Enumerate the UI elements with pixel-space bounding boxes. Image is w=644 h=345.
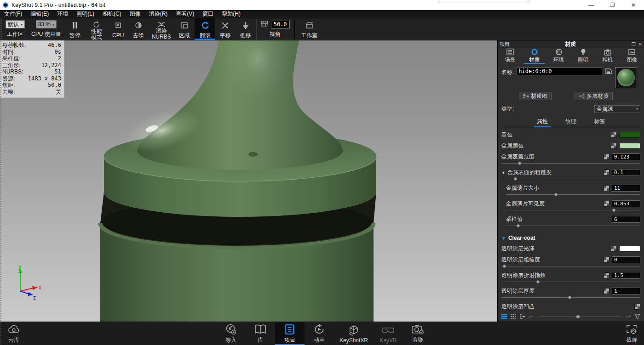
material-name-field[interactable]: hide:0:0:0 (517, 68, 602, 75)
menu-view[interactable]: 查看(V) (172, 10, 198, 18)
metal-coverage-slider[interactable] (501, 162, 640, 165)
texture-checker-icon[interactable] (604, 201, 610, 207)
clearcoat-gloss-swatch[interactable] (619, 246, 640, 252)
texture-checker-icon[interactable] (604, 154, 610, 160)
dolly-button[interactable]: 推移 (236, 18, 256, 40)
clearcoat-thickness-slider[interactable] (501, 296, 640, 299)
tab-image[interactable]: 图像 (620, 48, 644, 64)
texture-checker-icon[interactable] (611, 143, 617, 149)
samples-field[interactable]: 6 (612, 216, 640, 223)
undock-panel-icon[interactable]: ❐ (632, 42, 636, 47)
clearcoat-thickness-field[interactable]: 1 (612, 288, 640, 294)
tab-environment[interactable]: 环境 (546, 48, 571, 64)
dock-drag-handle[interactable] (0, 322, 2, 345)
library-button[interactable]: 库 (246, 322, 275, 345)
tab-lighting[interactable]: 照明 (571, 48, 595, 64)
flake-size-slider[interactable] (506, 193, 640, 196)
texture-checker-icon[interactable] (634, 304, 640, 310)
menu-render[interactable]: 渲染(R) (145, 10, 172, 18)
zoom-out-icon[interactable]: ⌕− (529, 314, 534, 319)
texture-checker-icon[interactable] (611, 132, 617, 138)
tree-view-icon[interactable] (519, 314, 525, 319)
subtab-labels[interactable]: 标签 (593, 118, 606, 125)
menu-lighting[interactable]: 照明(L) (72, 10, 98, 18)
3d-viewport[interactable]: 每秒帧数:46.6 时间:0s 采样值:2 三角形:12,224 NURBS:5… (0, 40, 497, 322)
slider-handle[interactable] (568, 296, 571, 299)
thumbnail-size-slider[interactable] (539, 315, 621, 318)
pan-button[interactable]: 平移 (215, 18, 236, 40)
tumble-button[interactable]: 翻滚 (195, 18, 215, 40)
animation-button[interactable]: 动画 (305, 322, 334, 345)
menu-environment[interactable]: 环境 (53, 10, 72, 18)
studio-button[interactable]: 工作室 (295, 18, 324, 40)
texture-checker-icon[interactable] (604, 170, 610, 175)
maximize-button[interactable]: ❐ (602, 0, 623, 10)
performance-mode-button[interactable]: 性能 模式 (85, 18, 108, 40)
material-preview[interactable] (615, 67, 637, 88)
render-button[interactable]: 渲染 (403, 322, 432, 345)
menu-help[interactable]: 帮助(H) (218, 10, 245, 18)
metal-color-swatch[interactable] (619, 143, 640, 149)
cloud-library-button[interactable]: 云库 (5, 322, 23, 345)
region-button[interactable]: 区域 (174, 18, 195, 40)
tab-camera[interactable]: 相机 (595, 48, 620, 64)
workspace-dropdown[interactable]: 默认▾ (6, 20, 25, 28)
menu-image[interactable]: 图像 (126, 10, 145, 18)
texture-checker-icon[interactable] (604, 288, 610, 294)
slider-handle[interactable] (612, 209, 615, 212)
menu-camera[interactable]: 相机(C) (98, 10, 126, 18)
expand-caret-icon[interactable]: ▼ (501, 170, 506, 175)
material-type-dropdown[interactable]: 金属漆▾ (594, 105, 640, 113)
base-color-swatch[interactable] (619, 132, 640, 138)
metal-roughness-field[interactable]: 0.1 (612, 169, 640, 176)
slider-handle[interactable] (554, 193, 558, 196)
close-panel-icon[interactable]: ✕ (638, 42, 642, 47)
pause-button[interactable]: 暂停 (65, 18, 85, 40)
grid-view-icon[interactable] (511, 314, 516, 319)
texture-checker-icon[interactable] (604, 257, 610, 263)
flake-visibility-slider[interactable] (506, 209, 640, 212)
cpu-usage-dropdown[interactable]: 83 %▾ (36, 20, 57, 28)
menu-file[interactable]: 文件(F) (0, 10, 26, 18)
texture-checker-icon[interactable] (604, 185, 610, 191)
import-button[interactable]: 导入 (216, 322, 246, 345)
denoise-button[interactable]: 去噪 (128, 18, 149, 40)
multi-material-button[interactable]: 多层材质 (575, 92, 613, 100)
metal-coverage-field[interactable]: 0.123 (612, 153, 640, 160)
menu-edit[interactable]: 编辑(E) (26, 10, 53, 18)
material-graph-button[interactable]: 材质图 (519, 92, 552, 100)
flake-visibility-field[interactable]: 0.853 (612, 200, 640, 207)
clearcoat-ior-field[interactable]: 1.5 (612, 272, 640, 279)
project-button[interactable]: 项目 (275, 322, 305, 345)
subtab-textures[interactable]: 纹理 (564, 118, 577, 125)
slider-handle[interactable] (503, 265, 506, 268)
slider-handle[interactable] (517, 224, 520, 227)
clearcoat-roughness-slider[interactable] (501, 265, 640, 268)
keyvr-button[interactable]: KeyVR (374, 322, 403, 345)
list-view-icon[interactable] (501, 314, 507, 319)
viewport-drag-handle[interactable] (0, 40, 2, 322)
metal-roughness-slider[interactable] (501, 177, 640, 181)
render-nurbs-button[interactable]: 渲染 NURBS (149, 18, 174, 40)
keyshotxr-button[interactable]: KeyShotXR (334, 322, 374, 345)
flake-size-field[interactable]: 11 (612, 185, 640, 192)
screenshot-button[interactable]: 截屏 (623, 322, 640, 345)
subtab-properties[interactable]: 属性 (536, 118, 549, 125)
filter-icon[interactable] (634, 314, 640, 319)
slider-handle[interactable] (514, 177, 517, 181)
slider-handle[interactable] (518, 162, 521, 165)
clearcoat-ior-slider[interactable] (501, 280, 640, 283)
tab-material[interactable]: 材质 (522, 48, 546, 64)
slider-handle[interactable] (536, 280, 540, 283)
texture-checker-icon[interactable] (611, 246, 617, 252)
samples-slider[interactable] (506, 224, 640, 227)
cpu-button[interactable]: CPU (108, 18, 128, 40)
clearcoat-roughness-field[interactable]: 0 (612, 256, 640, 263)
close-button[interactable]: ✕ (623, 0, 644, 10)
clearcoat-section-header[interactable]: ▼ Clear-coat (501, 235, 640, 241)
minimize-button[interactable]: — (581, 0, 602, 10)
slider-handle[interactable] (576, 315, 580, 318)
menu-window[interactable]: 窗口 (198, 10, 218, 18)
fov-value-field[interactable]: 50.0 (271, 21, 290, 28)
texture-checker-icon[interactable] (604, 272, 610, 278)
